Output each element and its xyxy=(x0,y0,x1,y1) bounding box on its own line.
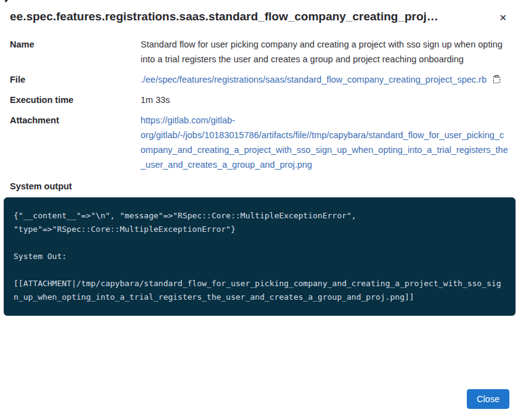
copy-to-clipboard-icon xyxy=(492,75,501,84)
attachment-link[interactable]: https://gitlab.com/gitlab-org/gitlab/-/j… xyxy=(141,115,508,170)
system-output-block: {"__content__"=>"\n", "message"=>"RSpec:… xyxy=(4,197,516,316)
modal-footer: Close xyxy=(467,389,509,409)
file-path-link[interactable]: ./ee/spec/features/registrations/saas/st… xyxy=(141,75,487,84)
modal-body: Name Standard flow for user picking comp… xyxy=(0,27,518,316)
field-value-file: ./ee/spec/features/registrations/saas/st… xyxy=(141,72,508,87)
field-label-file: File xyxy=(10,72,141,87)
field-label-attachment: Attachment xyxy=(10,113,141,172)
field-value-name: Standard flow for user picking company a… xyxy=(141,37,508,67)
test-detail-fields: Name Standard flow for user picking comp… xyxy=(10,37,508,172)
field-label-name: Name xyxy=(10,37,141,67)
close-icon[interactable]: ✕ xyxy=(498,9,508,27)
copy-file-path-button[interactable] xyxy=(492,75,501,86)
system-output-heading: System output xyxy=(10,180,508,192)
field-value-attachment: https://gitlab.com/gitlab-org/gitlab/-/j… xyxy=(141,113,508,172)
field-label-execution-time: Execution time xyxy=(10,93,141,107)
modal-title: ee.spec.features.registrations.saas.stan… xyxy=(10,8,491,25)
close-button[interactable]: Close xyxy=(467,389,509,409)
modal-header: ee.spec.features.registrations.saas.stan… xyxy=(0,0,518,27)
field-value-execution-time: 1m 33s xyxy=(141,93,508,107)
